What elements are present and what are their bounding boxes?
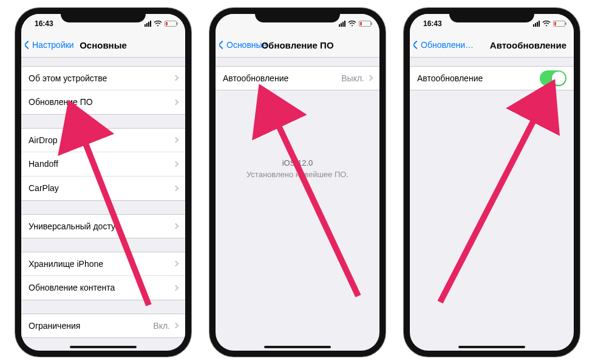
page-title: Обновление ПО xyxy=(261,40,333,50)
cell-label: AirDrop xyxy=(29,135,174,145)
settings-row[interactable]: AirDrop xyxy=(21,128,185,152)
home-indicator[interactable] xyxy=(458,346,525,348)
settings-row[interactable]: Универсальный доступ xyxy=(21,214,185,238)
auto-update-toggle[interactable] xyxy=(540,70,566,86)
chevron-right-icon xyxy=(367,75,373,81)
cell-label: Обновление контента xyxy=(29,283,174,292)
cell-label: Обновление ПО xyxy=(29,97,174,107)
wifi-icon xyxy=(542,21,551,27)
cell-label: Универсальный доступ xyxy=(29,221,174,231)
signal-icon xyxy=(144,21,151,27)
home-indicator[interactable] xyxy=(70,346,137,348)
battery-icon xyxy=(165,21,177,27)
nav-bar: Основные Обновление ПО xyxy=(216,33,379,58)
cell-detail: Вкл. xyxy=(153,321,170,331)
chevron-right-icon xyxy=(173,185,179,191)
settings-row[interactable]: Об этом устройстве xyxy=(21,66,185,90)
phone-frame: 16:43 Настройки Основные Об этом устройс… xyxy=(15,8,191,357)
screen: 16:43 Настройки Основные Об этом устройс… xyxy=(21,14,185,351)
back-label: Обновление ПО xyxy=(421,40,477,50)
status-message: Установлено новейшее ПО. xyxy=(216,169,379,181)
chevron-right-icon xyxy=(173,285,179,291)
chevron-left-icon xyxy=(219,41,226,49)
nav-bar: Обновление ПО Автообновление xyxy=(410,33,574,58)
signal-icon xyxy=(533,21,540,27)
content: Автообновление Выкл. iOS 12.0 Установлен… xyxy=(216,66,379,181)
cell-label: Ограничения xyxy=(29,321,153,331)
settings-row[interactable]: ОграниченияВкл. xyxy=(21,314,185,338)
notch xyxy=(61,8,146,22)
settings-row[interactable]: Handoff xyxy=(21,152,185,177)
back-button[interactable]: Обновление ПО xyxy=(413,40,477,50)
wifi-icon xyxy=(154,21,162,27)
cell-label: Об этом устройстве xyxy=(29,73,174,83)
page-title: Автообновление xyxy=(490,40,566,50)
cell-label: Хранилище iPhone xyxy=(29,259,174,269)
status-time: 16:43 xyxy=(423,19,442,28)
settings-row[interactable]: Обновление контента xyxy=(21,276,185,300)
cell-label: Автообновление xyxy=(223,73,341,83)
content: Об этом устройствеОбновление ПОAirDropHa… xyxy=(21,66,185,351)
cell-label: Handoff xyxy=(29,159,174,169)
chevron-right-icon xyxy=(173,161,179,167)
content: Автообновление xyxy=(410,66,574,90)
chevron-right-icon xyxy=(173,99,179,105)
page-title: Основные xyxy=(80,40,127,50)
home-indicator[interactable] xyxy=(264,346,331,348)
status-time: 16:43 xyxy=(35,19,53,28)
battery-icon xyxy=(553,21,565,27)
chevron-left-icon xyxy=(25,41,32,49)
chevron-right-icon xyxy=(173,137,179,143)
cell-label: CarPlay xyxy=(29,183,174,193)
screen: Основные Обновление ПО Автообновление Вы… xyxy=(216,14,379,351)
chevron-right-icon xyxy=(173,261,179,267)
notch xyxy=(255,8,340,22)
annotation-arrow xyxy=(428,75,574,314)
cell-label: Автообновление xyxy=(417,73,540,83)
settings-row[interactable]: CarPlay xyxy=(21,177,185,201)
chevron-right-icon xyxy=(173,75,179,81)
screen: 16:43 Обновление ПО Автообновление Автоо… xyxy=(410,14,574,351)
back-button[interactable]: Настройки xyxy=(25,40,74,50)
auto-update-toggle-row: Автообновление xyxy=(410,66,574,90)
update-status: iOS 12.0 Установлено новейшее ПО. xyxy=(216,157,379,181)
settings-row[interactable]: Обновление ПО xyxy=(21,90,185,115)
chevron-left-icon xyxy=(413,41,421,49)
auto-update-row[interactable]: Автообновление Выкл. xyxy=(216,66,379,90)
back-label: Настройки xyxy=(32,40,74,50)
back-button[interactable]: Основные xyxy=(219,40,267,50)
svg-line-2 xyxy=(440,90,549,302)
wifi-icon xyxy=(348,21,356,27)
phone-frame: Основные Обновление ПО Автообновление Вы… xyxy=(209,8,386,357)
battery-icon xyxy=(359,21,371,27)
chevron-right-icon xyxy=(173,323,179,329)
cell-detail: Выкл. xyxy=(341,73,364,83)
ios-version: iOS 12.0 xyxy=(216,157,379,169)
chevron-right-icon xyxy=(173,223,179,229)
signal-icon xyxy=(339,21,345,27)
settings-row[interactable]: Хранилище iPhone xyxy=(21,252,185,276)
notch xyxy=(449,8,534,22)
nav-bar: Настройки Основные xyxy=(21,33,185,58)
phone-frame: 16:43 Обновление ПО Автообновление Автоо… xyxy=(404,8,580,357)
